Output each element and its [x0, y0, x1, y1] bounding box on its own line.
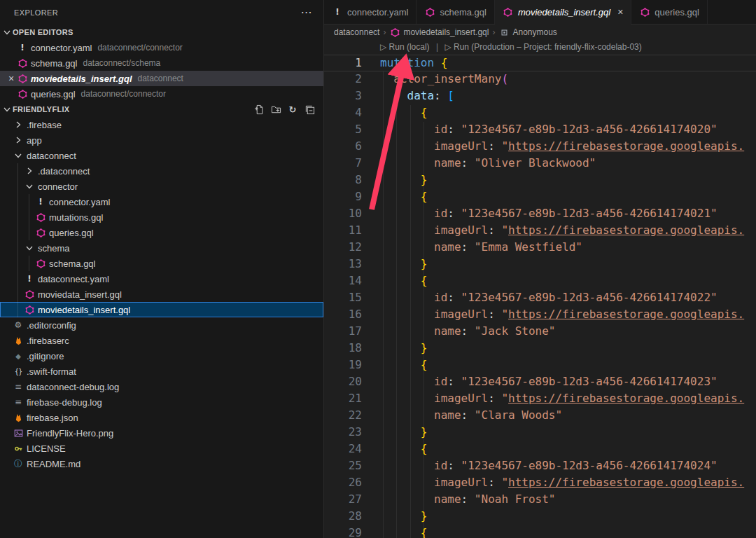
- code-line[interactable]: 12 name: "Emma Westfield": [324, 240, 756, 256]
- tree-folder[interactable]: .dataconnect: [0, 163, 323, 179]
- tree-item[interactable]: !connector.yaml: [0, 194, 323, 209]
- graphql-icon: [424, 6, 435, 18]
- tree-item[interactable]: {}.swift-format: [0, 364, 323, 379]
- swift-icon: {}: [13, 366, 24, 377]
- refresh-icon[interactable]: ↻: [287, 104, 298, 115]
- project-section-header[interactable]: FRIENDLYFLIX ↻: [0, 102, 323, 117]
- tree-folder[interactable]: .firebase: [0, 117, 323, 132]
- code-line[interactable]: 21 imageUrl: "https://firebasestorage.go…: [324, 391, 756, 408]
- log-icon: ≡: [13, 381, 24, 392]
- tree-item[interactable]: ≡firebase-debug.log: [0, 394, 323, 410]
- tree-folder[interactable]: app: [0, 132, 323, 148]
- tree-item[interactable]: FriendlyFlix-Hero.png: [0, 425, 323, 441]
- tree-item[interactable]: ◆.gitignore: [0, 348, 323, 364]
- breadcrumb-item[interactable]: moviedetails_insert.gql: [389, 27, 489, 38]
- tree-folder[interactable]: schema: [0, 240, 323, 256]
- new-file-icon[interactable]: [253, 104, 265, 115]
- code-line[interactable]: 13 }: [324, 256, 756, 273]
- chevron-down-icon: [24, 181, 35, 192]
- code-editor[interactable]: ▷ Run (local) | ▷ Run (Production – Proj…: [324, 40, 756, 538]
- tree-item[interactable]: schema.gql: [0, 256, 323, 271]
- line-number: 5: [324, 122, 380, 139]
- code-line[interactable]: 9 {: [324, 189, 756, 206]
- code-line[interactable]: 5 id: "123e4567-e89b-12d3-a456-426614174…: [324, 122, 756, 139]
- tab-queries.gql[interactable]: queries.gql: [631, 0, 708, 24]
- tab-schema.gql[interactable]: schema.gql: [416, 0, 494, 24]
- breadcrumb-item[interactable]: Anonymous: [498, 27, 556, 38]
- tab-connector.yaml[interactable]: !connector.yaml: [324, 0, 416, 24]
- new-folder-icon[interactable]: [270, 104, 281, 115]
- code-line[interactable]: 22 name: "Clara Woods": [324, 408, 756, 425]
- chevron-right-icon: [13, 134, 24, 146]
- tree-item[interactable]: .firebaserc: [0, 333, 323, 348]
- code-line[interactable]: 2 actor_insertMany(: [324, 71, 756, 88]
- tree-item[interactable]: moviedetails_insert.gql: [0, 302, 323, 317]
- tree-folder[interactable]: dataconnect: [0, 148, 323, 163]
- tab-moviedetails_insert.gql[interactable]: moviedetails_insert.gql×: [495, 0, 631, 24]
- tree-item[interactable]: ⓘREADME.md: [0, 456, 323, 471]
- code-line[interactable]: 4 {: [324, 105, 756, 122]
- breadcrumb: dataconnect›moviedetails_insert.gql›Anon…: [324, 25, 756, 40]
- code-line[interactable]: 28 }: [324, 509, 756, 525]
- open-editor-item[interactable]: queries.gqldataconnect/connector: [0, 86, 323, 102]
- code-line[interactable]: 23 }: [324, 425, 756, 441]
- code-line[interactable]: 24 {: [324, 441, 756, 458]
- collapse-all-icon[interactable]: [304, 104, 315, 115]
- code-line[interactable]: 7 name: "Oliver Blackwood": [324, 156, 756, 172]
- editor-pane: !connector.yamlschema.gqlmoviedetails_in…: [324, 0, 756, 538]
- code-line[interactable]: 18 }: [324, 340, 756, 357]
- tree-item[interactable]: firebase.json: [0, 410, 323, 425]
- open-editor-item[interactable]: ×moviedetails_insert.gqldataconnect: [0, 71, 323, 86]
- open-editors-list: !connector.yamldataconnect/connectorsche…: [0, 40, 323, 102]
- file-name: FriendlyFlix-Hero.png: [27, 428, 113, 439]
- line-number: 22: [324, 408, 380, 425]
- tree-item[interactable]: mutations.gql: [0, 209, 323, 225]
- vscode-window: EXPLORER ⋯ OPEN EDITORS !connector.yamld…: [0, 0, 756, 538]
- tree-folder[interactable]: connector: [0, 179, 323, 194]
- code-line[interactable]: 26 imageUrl: "https://firebasestorage.go…: [324, 475, 756, 492]
- code-line[interactable]: 3 data: [: [324, 88, 756, 105]
- git-icon: ◆: [13, 350, 24, 361]
- tree-item[interactable]: ≡dataconnect-debug.log: [0, 379, 323, 394]
- code-line[interactable]: 25 id: "123e4567-e89b-12d3-a456-42661417…: [324, 458, 756, 475]
- open-editor-item[interactable]: schema.gqldataconnect/schema: [0, 55, 323, 71]
- file-name: queries.gql: [31, 89, 76, 99]
- code-text: }: [380, 425, 756, 441]
- code-line[interactable]: 1mutation {: [324, 55, 756, 71]
- code-line[interactable]: 10 id: "123e4567-e89b-12d3-a456-42661417…: [324, 206, 756, 223]
- code-line[interactable]: 16 imageUrl: "https://firebasestorage.go…: [324, 307, 756, 324]
- code-line[interactable]: 27 name: "Noah Frost": [324, 492, 756, 509]
- code-line[interactable]: 15 id: "123e4567-e89b-12d3-a456-42661417…: [324, 290, 756, 307]
- file-name: .gitignore: [27, 351, 64, 361]
- close-icon[interactable]: ×: [617, 7, 623, 17]
- code-line[interactable]: 8 }: [324, 172, 756, 189]
- code-line[interactable]: 17 name: "Jack Stone": [324, 324, 756, 340]
- tree-item[interactable]: ⚙.editorconfig: [0, 317, 323, 333]
- tree-item[interactable]: LICENSE: [0, 441, 323, 456]
- code-line[interactable]: 19 {: [324, 357, 756, 374]
- explorer-sidebar: EXPLORER ⋯ OPEN EDITORS !connector.yamld…: [0, 0, 324, 538]
- chevron-right-icon: [13, 119, 24, 130]
- code-line[interactable]: 20 id: "123e4567-e89b-12d3-a456-42661417…: [324, 374, 756, 391]
- code-line[interactable]: 6 imageUrl: "https://firebasestorage.goo…: [324, 139, 756, 156]
- code-line[interactable]: 29 {: [324, 525, 756, 538]
- graphql-icon: [24, 289, 35, 300]
- more-actions-icon[interactable]: ⋯: [301, 7, 312, 18]
- code-line[interactable]: 11 imageUrl: "https://firebasestorage.go…: [324, 223, 756, 240]
- file-tree: .firebaseappdataconnect.dataconnectconne…: [0, 117, 323, 471]
- run-production-link[interactable]: ▷ Run (Production – Project: friendly-fl…: [444, 42, 641, 52]
- tree-item[interactable]: queries.gql: [0, 225, 323, 240]
- line-number: 9: [324, 189, 380, 206]
- file-name: firebase.json: [27, 413, 78, 423]
- tree-item[interactable]: moviedata_insert.gql: [0, 287, 323, 302]
- run-local-link[interactable]: ▷ Run (local): [380, 42, 430, 52]
- breadcrumb-item[interactable]: dataconnect: [334, 27, 379, 37]
- graphql-icon: [17, 73, 28, 84]
- tree-item[interactable]: !dataconnect.yaml: [0, 271, 323, 287]
- code-line[interactable]: 14 {: [324, 273, 756, 290]
- open-editor-item[interactable]: !connector.yamldataconnect/connector: [0, 40, 323, 55]
- file-name: schema.gql: [49, 258, 95, 269]
- line-number: 28: [324, 509, 380, 525]
- open-editors-header[interactable]: OPEN EDITORS: [0, 25, 323, 40]
- close-editor-icon[interactable]: ×: [6, 74, 17, 83]
